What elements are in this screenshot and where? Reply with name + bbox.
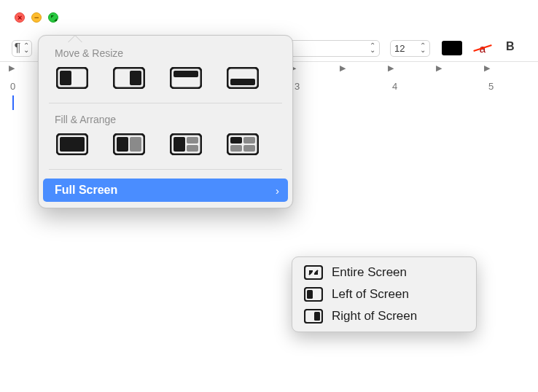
tile-bottom-half[interactable] xyxy=(225,66,260,90)
submenu-label: Right of Screen xyxy=(332,309,417,324)
tile-top-half[interactable] xyxy=(168,66,203,90)
submenu-entire-screen[interactable]: Entire Screen xyxy=(292,262,476,283)
svg-rect-9 xyxy=(60,137,85,152)
svg-rect-16 xyxy=(187,145,198,152)
entire-screen-icon xyxy=(304,265,323,280)
submenu-left-of-screen[interactable]: Left of Screen xyxy=(292,283,476,305)
text-color-swatch[interactable] xyxy=(442,41,462,55)
submenu-label: Entire Screen xyxy=(332,265,407,280)
ruler-number: 5 xyxy=(488,81,494,92)
full-screen-submenu: Entire Screen Left of Screen Right of Sc… xyxy=(292,256,477,332)
svg-rect-12 xyxy=(130,137,141,152)
svg-rect-3 xyxy=(130,71,141,85)
updown-icon: ⌃⌄ xyxy=(420,44,426,52)
ruler-number: 0 xyxy=(10,81,15,92)
traffic-lights xyxy=(15,12,58,23)
font-size-value: 12 xyxy=(394,43,405,54)
chevron-right-icon: › xyxy=(276,184,279,197)
pilcrow-icon: ¶ xyxy=(15,42,21,55)
section-title-move-resize: Move & Resize xyxy=(39,46,292,66)
full-screen-menu-item[interactable]: Full Screen › xyxy=(43,179,288,202)
submenu-right-of-screen[interactable]: Right of Screen xyxy=(292,305,476,327)
move-resize-row xyxy=(39,66,292,101)
bold-label: B xyxy=(506,40,515,52)
right-of-screen-icon xyxy=(304,309,323,324)
fill-arrange-row xyxy=(39,133,292,168)
svg-rect-1 xyxy=(60,71,71,85)
left-of-screen-icon xyxy=(304,287,323,302)
svg-rect-19 xyxy=(243,137,255,144)
svg-rect-20 xyxy=(230,145,242,152)
tile-two-up[interactable] xyxy=(112,133,147,156)
svg-rect-24 xyxy=(307,290,313,299)
tile-fill[interactable] xyxy=(55,133,90,156)
svg-rect-21 xyxy=(243,145,255,152)
tile-four-up[interactable] xyxy=(225,133,260,156)
clear-style-button[interactable]: a xyxy=(472,40,493,56)
tile-right-half[interactable] xyxy=(112,66,147,90)
svg-rect-15 xyxy=(187,137,198,144)
svg-rect-26 xyxy=(314,312,320,321)
tile-three-up[interactable] xyxy=(168,133,203,156)
svg-rect-7 xyxy=(230,79,255,85)
window-close-button[interactable] xyxy=(15,12,25,23)
bold-button[interactable]: B xyxy=(506,40,526,56)
window-zoom-button[interactable] xyxy=(48,12,58,23)
svg-rect-14 xyxy=(174,137,185,152)
submenu-label: Left of Screen xyxy=(332,287,409,302)
separator xyxy=(49,169,282,170)
window-minimize-button[interactable] xyxy=(31,12,42,23)
ruler-number: 4 xyxy=(392,81,397,92)
window-arrange-popover: Move & Resize Fill & Arrange Full Scr xyxy=(38,35,293,208)
separator xyxy=(49,103,282,103)
ruler-number: 3 xyxy=(295,81,300,92)
updown-icon: ⌃⌄ xyxy=(370,44,375,52)
tile-left-half[interactable] xyxy=(55,66,90,90)
svg-rect-5 xyxy=(174,71,198,77)
full-screen-label: Full Screen xyxy=(55,184,117,197)
letter-a-icon: a xyxy=(480,42,486,55)
chevron-down-icon: ⌃⌄ xyxy=(23,44,29,52)
text-cursor xyxy=(12,95,14,110)
svg-rect-18 xyxy=(230,137,242,144)
svg-rect-11 xyxy=(117,137,128,152)
svg-rect-22 xyxy=(305,266,322,279)
font-size-select[interactable]: 12 ⌃⌄ xyxy=(390,40,430,57)
paragraph-style-button[interactable]: ¶ ⌃⌄ xyxy=(12,40,32,57)
section-title-fill-arrange: Fill & Arrange xyxy=(39,112,292,133)
